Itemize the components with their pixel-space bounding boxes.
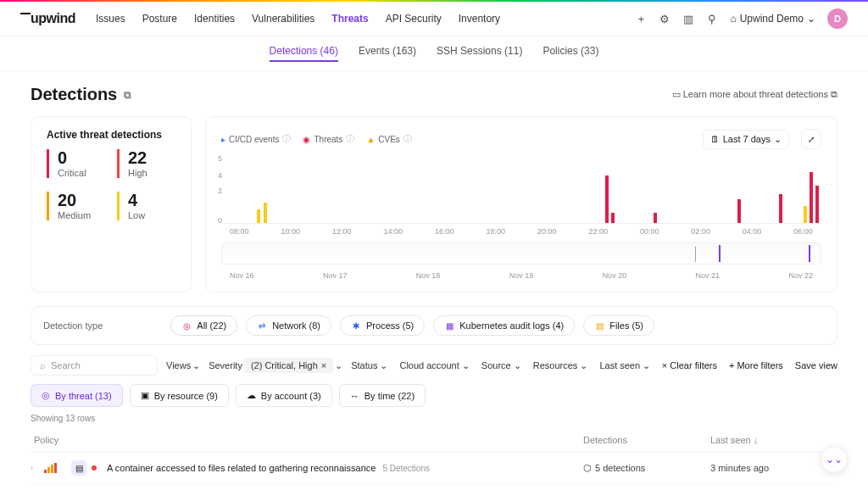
stat-medium[interactable]: 20 Medium [47,192,105,220]
chip-icon: ▦ [444,320,454,331]
detection-type-icon: ▤ [71,460,86,476]
table-header: Policy Detections Last seen ↓ [31,428,837,453]
chevron-down-icon: ⌄ [807,13,815,25]
table-row[interactable]: ›▤A container accessed to files related … [31,453,837,484]
detection-type-chip[interactable]: ◎All (22) [170,315,237,336]
legend-cicd[interactable]: ▸CI/CD events ⓘ [221,133,291,145]
filter-resources[interactable]: Resources ⌄ [533,360,588,371]
book-open-icon: ▭ [672,89,681,99]
detection-type-chip[interactable]: ⇄Network (8) [246,315,331,336]
subnav-item[interactable]: Events (163) [359,45,416,62]
chart-bar[interactable] [779,194,782,223]
nav-vulnerabilities[interactable]: Vulnerabilities [252,13,314,25]
expand-chart-button[interactable]: ⤢ [801,129,821,149]
filter-bar: ⌕ Search Views ⌄ Severity (2) Critical, … [31,355,837,376]
detection-type-label: Detection type [43,320,103,331]
chart-bar[interactable] [815,186,819,223]
group-chip[interactable]: ▣By resource (9) [130,384,229,407]
filter-cloud-account[interactable]: Cloud account ⌄ [399,360,469,371]
clear-filters-button[interactable]: × Clear filters [662,360,717,370]
add-icon[interactable]: + [635,13,647,25]
views-dropdown[interactable]: Views ⌄ [166,360,200,371]
external-link-icon[interactable]: ⧉ [124,89,131,101]
filter-last-seen[interactable]: Last seen ⌄ [599,360,650,371]
severity-filter[interactable]: Severity (2) Critical, High × ⌄ [209,358,342,373]
chart-bar[interactable] [810,172,813,223]
chip-icon: ▤ [594,320,604,331]
sub-nav: Detections (46)Events (163)SSH Sessions … [0,36,868,71]
col-detections[interactable]: Detections [583,435,710,445]
chart-main[interactable]: 5 4 2 0 [221,156,821,224]
last-seen: 3 minutes ago [710,463,837,473]
chart-bar[interactable] [264,203,267,223]
policy-name: A container accessed to files related to… [107,463,376,473]
learn-more-link[interactable]: ▭ Learn more about threat detections ⧉ [672,89,837,100]
org-name: Upwind Demo [740,13,804,25]
nav-inventory[interactable]: Inventory [459,13,500,25]
legend-threats[interactable]: ◉Threats ⓘ [303,133,354,145]
org-switcher[interactable]: ⌂ Upwind Demo ⌄ [730,13,815,25]
chart-date-axis: Nov 16Nov 17Nov 18Nov 19Nov 20Nov 21Nov … [221,271,821,280]
subnav-item[interactable]: SSH Sessions (11) [437,45,522,62]
summary-title: Active threat detections [47,129,175,141]
group-chip[interactable]: ◎By threat (13) [31,384,123,407]
avatar[interactable]: D [827,8,848,29]
detection-type-chip[interactable]: ▤Files (5) [583,315,654,336]
scroll-down-button[interactable]: ⌄⌄ [821,446,848,473]
detection-type-chip[interactable]: ✱Process (5) [340,315,425,336]
stat-low[interactable]: 4 Low [117,192,175,220]
nav-identities[interactable]: Identities [194,13,235,25]
row-count: Showing 13 rows [31,414,837,423]
detection-type-filter: Detection type ◎All (22)⇄Network (8)✱Pro… [31,306,837,345]
gear-icon[interactable]: ⚙ [659,13,670,25]
timeline-chart-card: ▸CI/CD events ⓘ ◉Threats ⓘ ▲CVEs ⓘ 🗓 Las… [205,116,837,292]
severity-dot-icon [92,465,97,471]
logo: upwind [20,11,75,26]
chevron-down-icon: ⌄ [774,134,782,145]
search-input[interactable]: ⌕ Search [31,355,158,376]
chart-bar[interactable] [804,206,807,223]
detection-type-chip[interactable]: ▦Kubernetes audit logs (4) [433,315,575,336]
group-icon: ☁ [247,390,256,401]
calendar-icon: 🗓 [710,134,720,144]
subnav-item[interactable]: Policies (33) [542,45,598,62]
group-icon: ▣ [141,390,149,401]
chart-bar[interactable] [257,209,260,223]
subnav-item[interactable]: Detections (46) [270,45,338,62]
header: upwind IssuesPostureIdentitiesVulnerabil… [0,2,868,36]
close-icon[interactable]: × [321,360,326,370]
more-filters-button[interactable]: + More filters [729,360,783,370]
group-icon: ◎ [42,390,50,401]
severity-bars-icon [44,463,64,473]
col-policy[interactable]: Policy [31,435,583,445]
nav-threats[interactable]: Threats [331,13,368,25]
bell-icon[interactable]: ⚲ [706,13,718,25]
stat-high[interactable]: 22 High [117,149,175,178]
col-last-seen[interactable]: Last seen ↓ [710,435,837,445]
filter-source[interactable]: Source ⌄ [481,360,521,371]
table-row[interactable]: ›⇄A container is querying a domain name … [31,484,837,490]
chart-bar[interactable] [737,199,741,223]
group-chip[interactable]: ☁By account (3) [236,384,332,407]
search-icon: ⌕ [40,360,46,370]
chart-bar[interactable] [611,213,615,223]
expand-row-icon[interactable]: › [31,464,44,472]
chart-bar[interactable] [654,213,657,223]
chart-hour-axis: 08:0010:0012:0014:0016:0018:0020:0022:00… [221,227,821,236]
page-title: Detections ⧉ [31,85,131,104]
table-body: ›▤A container accessed to files related … [31,453,837,490]
group-chip[interactable]: ↔By time (22) [339,384,426,407]
save-view-button[interactable]: Save view [795,360,837,370]
time-range-picker[interactable]: 🗓 Last 7 days ⌄ [703,130,789,149]
nav-issues[interactable]: Issues [96,13,125,25]
chart-overview[interactable] [221,242,821,264]
detection-badge: 5 Detections [382,464,430,473]
nav-posture[interactable]: Posture [142,13,177,25]
legend-cves[interactable]: ▲CVEs ⓘ [366,133,411,145]
chart-bar[interactable] [605,175,609,223]
filter-status[interactable]: Status ⌄ [351,360,387,371]
stat-critical[interactable]: 0 Critical [47,149,105,178]
book-icon[interactable]: ▥ [682,13,694,25]
shield-icon: ⬡ [583,463,592,474]
nav-api-security[interactable]: API Security [386,13,442,25]
